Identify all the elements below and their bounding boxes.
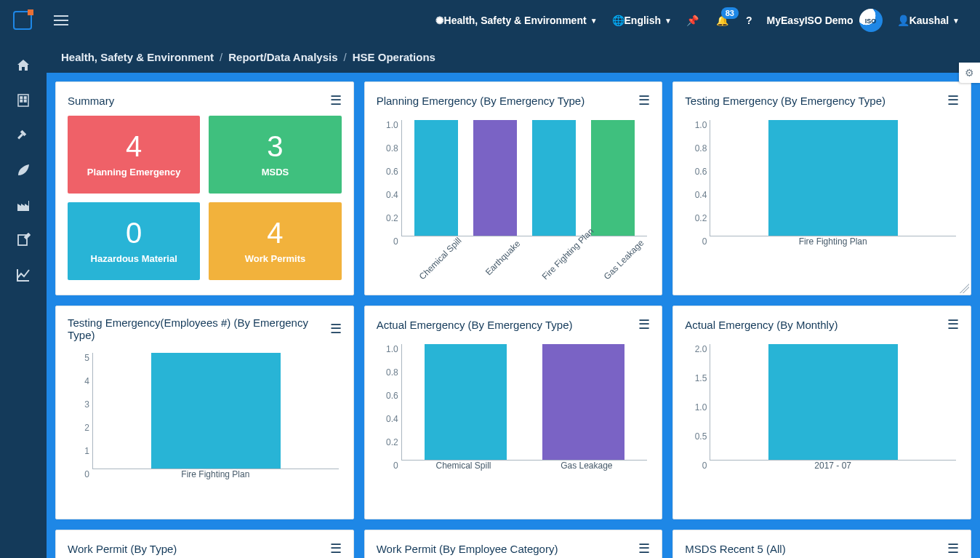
tile-label: MSDS xyxy=(262,167,289,178)
bar xyxy=(768,120,898,236)
panel-menu-icon[interactable]: ☰ xyxy=(330,541,342,557)
globe-icon: 🌐 xyxy=(612,15,624,26)
svg-rect-6 xyxy=(25,97,27,99)
content-area: Health, Safety & Environment / Report/Da… xyxy=(47,41,980,558)
y-tick: 2.0 xyxy=(678,344,707,354)
tile-value: 4 xyxy=(126,132,142,161)
bar xyxy=(532,120,576,236)
panel-menu-icon[interactable]: ☰ xyxy=(330,321,342,337)
panel-msds-recent: MSDS Recent 5 (All) ☰ xyxy=(672,530,971,558)
breadcrumb-page: HSE Operations xyxy=(353,51,435,63)
svg-rect-2 xyxy=(54,24,68,25)
summary-tile[interactable]: 4Work Permits xyxy=(209,202,341,280)
y-tick: 3 xyxy=(60,399,89,410)
panel-menu-icon[interactable]: ☰ xyxy=(947,92,959,108)
summary-tile[interactable]: 3MSDS xyxy=(209,116,341,194)
x-label: Fire Fighting Plan xyxy=(540,239,599,298)
panel-menu-icon[interactable]: ☰ xyxy=(947,541,959,557)
x-label: 2017 - 07 xyxy=(814,461,851,493)
y-tick: 0.6 xyxy=(678,167,707,177)
app-logo[interactable] xyxy=(13,11,32,30)
gear-icon: ⚙ xyxy=(965,67,974,79)
page-settings-button[interactable]: ⚙ xyxy=(959,63,980,83)
x-label: Fire Fighting Plan xyxy=(799,236,867,268)
panel-title: Actual Emergency (By Monthly) xyxy=(685,319,947,331)
y-tick: 0 xyxy=(678,461,707,471)
breadcrumb-section[interactable]: Report/Data Analysis xyxy=(228,51,337,63)
tile-label: Planning Emergency xyxy=(87,167,181,178)
y-tick: 0.5 xyxy=(678,431,707,442)
y-tick: 0.8 xyxy=(678,143,707,154)
sidebar-leaf[interactable] xyxy=(0,153,47,188)
summary-tile[interactable]: 0Hazardous Material xyxy=(68,202,200,280)
breadcrumb-module[interactable]: Health, Safety & Environment xyxy=(61,51,214,63)
svg-rect-8 xyxy=(25,100,27,103)
sidebar-industry[interactable] xyxy=(0,188,47,223)
language-dropdown[interactable]: 🌐 English ▼ xyxy=(612,15,672,26)
panel-menu-icon[interactable]: ☰ xyxy=(638,92,650,108)
pin-button[interactable]: 📌 xyxy=(686,15,699,26)
panel-menu-icon[interactable]: ☰ xyxy=(330,92,342,108)
panel-work-permit-empcat: Work Permit (By Employee Category) ☰ xyxy=(364,530,663,558)
y-tick: 0.4 xyxy=(369,414,398,424)
resize-handle[interactable] xyxy=(959,283,969,293)
y-tick: 0.4 xyxy=(369,190,398,200)
panel-planning-emergency: Planning Emergency (By Emergency Type) ☰… xyxy=(364,81,663,295)
panel-work-permit-type: Work Permit (By Type) ☰ xyxy=(55,530,354,558)
panel-menu-icon[interactable]: ☰ xyxy=(947,316,959,332)
org-logo xyxy=(859,9,883,32)
panel-testing-employees: Testing Emergency(Employees #) (By Emerg… xyxy=(55,306,354,519)
summary-tiles: 4Planning Emergency3MSDS0Hazardous Mater… xyxy=(60,116,349,287)
sidebar-chart[interactable] xyxy=(0,258,47,292)
y-tick: 1.0 xyxy=(678,402,707,412)
caret-down-icon: ▼ xyxy=(664,17,672,25)
y-tick: 0.4 xyxy=(678,190,707,200)
y-tick: 5 xyxy=(60,353,89,363)
panel-title: MSDS Recent 5 (All) xyxy=(685,543,947,555)
tile-label: Work Permits xyxy=(245,253,306,264)
pin-icon: 📌 xyxy=(686,15,699,26)
y-tick: 0 xyxy=(369,236,398,247)
panel-title: Testing Emergency(Employees #) (By Emerg… xyxy=(68,316,330,341)
y-tick: 0.6 xyxy=(369,391,398,401)
sidebar-toggle[interactable] xyxy=(54,15,68,25)
language-label: English xyxy=(624,15,662,26)
bar xyxy=(473,120,517,236)
user-menu[interactable]: 👤 Kaushal ▼ xyxy=(897,15,960,26)
svg-rect-4 xyxy=(18,95,28,106)
x-label: Gas Leakage xyxy=(602,239,661,298)
panel-title: Summary xyxy=(68,95,330,107)
svg-rect-0 xyxy=(54,15,68,17)
y-tick: 0.2 xyxy=(678,213,707,223)
bar xyxy=(151,353,281,469)
svg-rect-5 xyxy=(20,97,23,99)
sidebar-gavel[interactable] xyxy=(0,118,47,153)
sidebar-edit[interactable] xyxy=(0,223,47,258)
gear-burst-icon: ✺ xyxy=(435,15,444,26)
user-icon: 👤 xyxy=(897,15,909,26)
panel-menu-icon[interactable]: ☰ xyxy=(638,541,650,557)
module-dropdown[interactable]: ✺ Health, Safety & Environment ▼ xyxy=(435,15,598,26)
topbar: ✺ Health, Safety & Environment ▼ 🌐 Engli… xyxy=(0,0,980,41)
help-button[interactable]: ? xyxy=(746,15,752,26)
panel-actual-emergency: Actual Emergency (By Emergency Type) ☰ 0… xyxy=(364,306,663,519)
bar xyxy=(414,120,458,236)
sidebar-home[interactable] xyxy=(0,48,47,83)
sidebar-building[interactable] xyxy=(0,83,47,118)
demo-label[interactable]: MyEasyISO Demo xyxy=(767,9,883,32)
y-tick: 0 xyxy=(60,469,89,479)
svg-rect-9 xyxy=(17,134,23,140)
y-tick: 2 xyxy=(60,423,89,433)
panel-menu-icon[interactable]: ☰ xyxy=(638,316,650,332)
x-label: Chemical Spill xyxy=(417,239,476,298)
y-tick: 0 xyxy=(369,461,398,471)
notifications-button[interactable]: 🔔 83 xyxy=(716,15,728,26)
panel-title: Planning Emergency (By Emergency Type) xyxy=(377,95,639,107)
panel-summary: Summary ☰ 4Planning Emergency3MSDS0Hazar… xyxy=(55,81,354,295)
summary-tile[interactable]: 4Planning Emergency xyxy=(68,116,200,194)
svg-rect-1 xyxy=(54,20,68,21)
svg-rect-7 xyxy=(20,100,23,103)
panel-title: Work Permit (By Employee Category) xyxy=(377,543,639,555)
question-icon: ? xyxy=(746,15,752,26)
caret-down-icon: ▼ xyxy=(952,17,960,25)
